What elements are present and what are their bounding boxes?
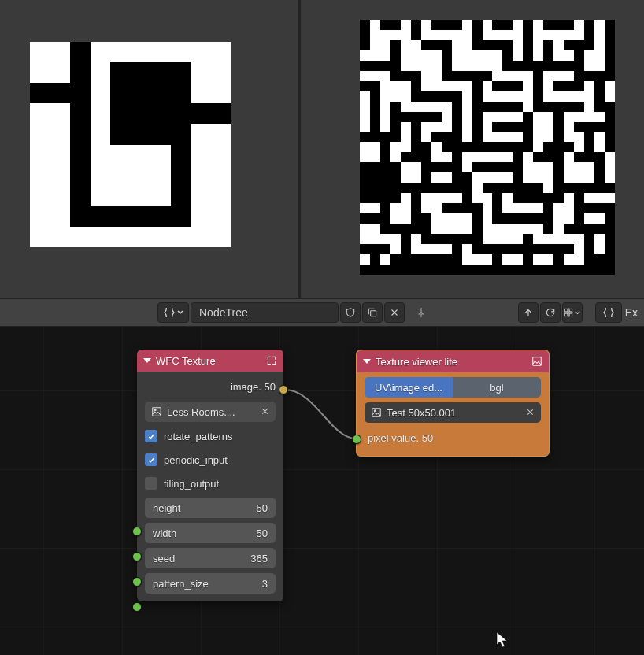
svg-rect-33 [574, 50, 584, 81]
svg-point-113 [154, 409, 156, 411]
source-image-field[interactable]: Less Rooms.... [145, 402, 276, 422]
target-image-field[interactable]: Test 50x50.001 [365, 402, 541, 423]
parent-tree-button[interactable] [518, 302, 539, 323]
svg-rect-50 [411, 122, 421, 153]
rotate-patterns-row[interactable]: rotate_patterns [145, 427, 276, 446]
svg-rect-41 [594, 81, 605, 112]
nodetree-type-dropdown[interactable] [157, 302, 189, 323]
pixel-value-input-row: pixel value. 50 [365, 427, 541, 448]
image-output-socket[interactable] [279, 385, 288, 394]
node-header[interactable]: Texture viewer lite [357, 350, 549, 372]
svg-rect-56 [574, 122, 605, 132]
svg-rect-114 [533, 357, 542, 366]
pattern-size-input-socket[interactable] [132, 602, 142, 612]
width-input-socket[interactable] [132, 552, 142, 561]
seed-value: 365 [250, 553, 268, 564]
svg-rect-107 [371, 311, 376, 316]
texture-viewer-node[interactable]: Texture viewer lite UV\image ed... bgl T… [356, 350, 550, 457]
node-title: Texture viewer lite [376, 356, 457, 368]
collapse-triangle-icon[interactable] [143, 358, 151, 363]
svg-rect-103 [390, 254, 401, 275]
tiling-output-row[interactable]: tiling_output [145, 474, 276, 493]
output-preview-panel[interactable] [298, 0, 644, 298]
refresh-icon [545, 307, 556, 318]
periodic-input-row[interactable]: periodic_input [145, 450, 276, 469]
input-preview-panel[interactable] [0, 0, 298, 298]
svg-rect-31 [513, 61, 543, 71]
mode-uv-image-button[interactable]: UV\image ed... [365, 377, 453, 398]
refresh-button[interactable] [540, 302, 561, 323]
mode-uv-image-label: UV\image ed... [375, 382, 442, 394]
svg-rect-2 [70, 42, 91, 206]
svg-rect-78 [553, 162, 564, 203]
height-input-socket[interactable] [132, 527, 142, 536]
image-editor-icon[interactable] [531, 356, 542, 367]
height-field[interactable]: height 50 [145, 498, 276, 518]
svg-rect-22 [442, 40, 452, 81]
seed-label: seed [153, 553, 250, 564]
svg-rect-91 [472, 213, 483, 254]
svg-rect-42 [360, 132, 390, 142]
arrow-up-icon [523, 307, 534, 318]
pixel-value-label: pixel value. 50 [368, 432, 433, 444]
source-image-name: Less Rooms.... [167, 406, 256, 418]
snap-button[interactable] [562, 302, 583, 323]
svg-rect-84 [513, 193, 543, 203]
svg-rect-10 [380, 20, 401, 30]
svg-rect-94 [605, 213, 615, 254]
pin-button[interactable] [411, 302, 431, 323]
svg-rect-106 [594, 254, 615, 275]
collapse-triangle-icon[interactable] [363, 359, 371, 364]
svg-rect-9 [360, 20, 370, 50]
svg-rect-52 [472, 112, 483, 153]
svg-rect-67 [472, 162, 513, 172]
width-value: 50 [257, 527, 268, 539]
svg-rect-111 [569, 313, 572, 316]
copy-icon [367, 307, 378, 318]
rotate-patterns-label: rotate_patterns [164, 431, 232, 442]
svg-rect-39 [533, 71, 543, 112]
svg-rect-73 [380, 203, 390, 234]
svg-rect-87 [584, 203, 615, 213]
svg-rect-6 [191, 103, 231, 124]
copy-nodetree-button[interactable] [362, 302, 383, 323]
node-graph-area[interactable]: WFC Texture image. 50 Less Rooms.... rot… [0, 328, 644, 655]
expand-icon[interactable] [266, 355, 277, 366]
svg-rect-14 [492, 20, 513, 30]
unlink-nodetree-button[interactable] [384, 302, 405, 323]
pattern-size-field[interactable]: pattern_size 3 [145, 573, 276, 594]
clear-target-image-button[interactable] [526, 407, 535, 419]
svg-rect-20 [390, 40, 401, 71]
svg-rect-4 [70, 186, 91, 227]
chevron-down-icon [176, 309, 184, 316]
periodic-input-checkbox[interactable] [145, 453, 157, 466]
nodetree-name-field[interactable]: NodeTree [191, 302, 339, 323]
node-header[interactable]: WFC Texture [137, 350, 283, 372]
svg-rect-25 [543, 40, 553, 71]
rotate-patterns-checkbox[interactable] [145, 430, 157, 442]
svg-rect-44 [401, 112, 442, 122]
image-icon [371, 407, 382, 418]
tiling-output-checkbox[interactable] [145, 477, 157, 490]
chevron-down-icon [574, 309, 581, 316]
wfc-texture-node[interactable]: WFC Texture image. 50 Less Rooms.... rot… [137, 350, 283, 601]
svg-rect-100 [533, 244, 574, 254]
pixel-value-input-socket[interactable] [352, 435, 361, 444]
height-value: 50 [257, 502, 268, 514]
svg-rect-82 [442, 203, 483, 213]
seed-input-socket[interactable] [132, 577, 142, 587]
svg-rect-46 [483, 102, 524, 112]
svg-rect-89 [401, 234, 411, 265]
periodic-input-label: periodic_input [164, 454, 228, 466]
svg-rect-109 [569, 309, 572, 312]
svg-rect-60 [442, 142, 472, 153]
fake-user-shield-button[interactable] [340, 302, 361, 323]
seed-field[interactable]: seed 365 [145, 548, 276, 568]
svg-rect-101 [584, 234, 594, 265]
mode-bgl-button[interactable]: bgl [453, 377, 541, 398]
node-wrangler-icon [601, 305, 616, 320]
clear-image-button[interactable] [261, 406, 269, 418]
node-wrangler-button[interactable] [595, 302, 622, 323]
width-field[interactable]: width 50 [145, 523, 276, 543]
pattern-size-value: 3 [262, 578, 268, 590]
